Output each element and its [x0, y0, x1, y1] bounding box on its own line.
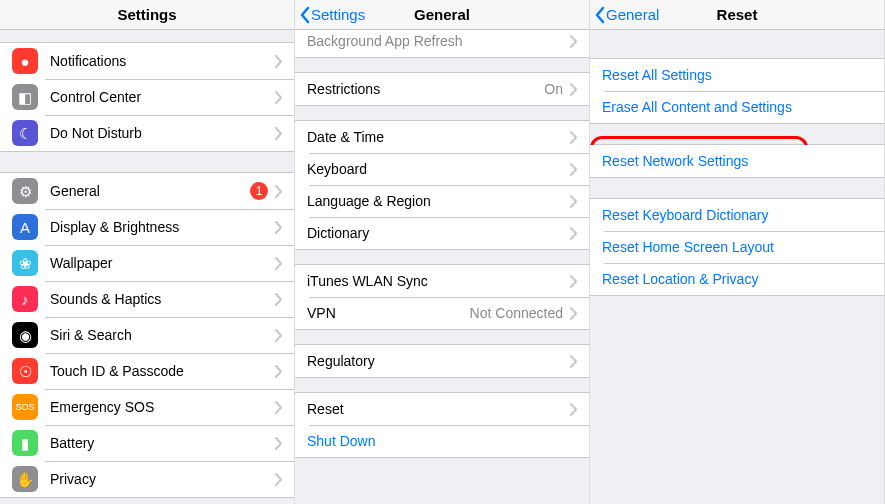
row-regulatory[interactable]: Regulatory	[295, 345, 589, 377]
reset-group: Reset All SettingsErase All Content and …	[590, 58, 884, 124]
row-label: Siri & Search	[50, 327, 274, 343]
row-keyboard[interactable]: Keyboard	[295, 153, 589, 185]
general-group: iTunes WLAN SyncVPNNot Connected	[295, 264, 589, 330]
chevron-right-icon	[274, 55, 282, 68]
chevron-right-icon	[274, 185, 282, 198]
row-reset-location-privacy[interactable]: Reset Location & Privacy	[590, 263, 884, 295]
row-label: Reset Location & Privacy	[602, 271, 872, 287]
row-label: Erase All Content and Settings	[602, 99, 872, 115]
back-button[interactable]: General	[594, 6, 659, 24]
chevron-right-icon	[569, 227, 577, 240]
general-group: Regulatory	[295, 344, 589, 378]
navbar-title: Settings	[117, 6, 176, 23]
row-label: Shut Down	[307, 433, 577, 449]
sounds-haptics-icon: ♪	[12, 286, 38, 312]
row-reset-home-screen-layout[interactable]: Reset Home Screen Layout	[590, 231, 884, 263]
chevron-right-icon	[569, 195, 577, 208]
row-reset-all-settings[interactable]: Reset All Settings	[590, 59, 884, 91]
settings-pane: Settings ●Notifications◧Control Center☾D…	[0, 0, 295, 504]
row-do-not-disturb[interactable]: ☾Do Not Disturb	[0, 115, 294, 151]
row-label: Reset Home Screen Layout	[602, 239, 872, 255]
row-general[interactable]: ⚙General1	[0, 173, 294, 209]
siri-search-icon: ◉	[12, 322, 38, 348]
row-label: Touch ID & Passcode	[50, 363, 274, 379]
row-touch-id[interactable]: ☉Touch ID & Passcode	[0, 353, 294, 389]
row-label: Display & Brightness	[50, 219, 274, 235]
battery-icon: ▮	[12, 430, 38, 456]
general-icon: ⚙	[12, 178, 38, 204]
chevron-right-icon	[274, 401, 282, 414]
row-label: Privacy	[50, 471, 274, 487]
chevron-right-icon	[569, 35, 577, 48]
row-value: On	[544, 81, 563, 97]
row-sounds-haptics[interactable]: ♪Sounds & Haptics	[0, 281, 294, 317]
row-label: Language & Region	[307, 193, 569, 209]
row-erase-all-content[interactable]: Erase All Content and Settings	[590, 91, 884, 123]
row-label: Control Center	[50, 89, 274, 105]
notifications-icon: ●	[12, 48, 38, 74]
row-dictionary[interactable]: Dictionary	[295, 217, 589, 249]
row-privacy[interactable]: ✋Privacy	[0, 461, 294, 497]
chevron-right-icon	[569, 83, 577, 96]
chevron-right-icon	[569, 403, 577, 416]
reset-group: Reset Network Settings	[590, 144, 884, 178]
row-label: Reset Keyboard Dictionary	[602, 207, 872, 223]
row-control-center[interactable]: ◧Control Center	[0, 79, 294, 115]
general-group: Date & TimeKeyboardLanguage & RegionDict…	[295, 120, 589, 250]
row-vpn[interactable]: VPNNot Connected	[295, 297, 589, 329]
chevron-right-icon	[274, 437, 282, 450]
chevron-right-icon	[569, 275, 577, 288]
row-label: General	[50, 183, 250, 199]
row-label: Reset Network Settings	[602, 153, 872, 169]
chevron-right-icon	[274, 293, 282, 306]
badge: 1	[250, 182, 268, 200]
row-label: VPN	[307, 305, 470, 321]
display-brightness-icon: A	[12, 214, 38, 240]
chevron-left-icon	[594, 6, 606, 24]
general-group: ResetShut Down	[295, 392, 589, 458]
chevron-right-icon	[274, 91, 282, 104]
reset-pane: General Reset Reset All SettingsErase Al…	[590, 0, 885, 504]
chevron-right-icon	[569, 355, 577, 368]
back-button[interactable]: Settings	[299, 6, 365, 24]
chevron-right-icon	[569, 307, 577, 320]
row-itunes-wlan-sync[interactable]: iTunes WLAN Sync	[295, 265, 589, 297]
back-label: Settings	[311, 6, 365, 23]
chevron-right-icon	[274, 127, 282, 140]
row-label: Dictionary	[307, 225, 569, 241]
settings-list[interactable]: ●Notifications◧Control Center☾Do Not Dis…	[0, 30, 294, 504]
row-label: iTunes WLAN Sync	[307, 273, 569, 289]
navbar-title: General	[414, 6, 470, 23]
row-value: Not Connected	[470, 305, 563, 321]
row-label: Wallpaper	[50, 255, 274, 271]
row-label: Date & Time	[307, 129, 569, 145]
row-shut-down[interactable]: Shut Down	[295, 425, 589, 457]
row-battery[interactable]: ▮Battery	[0, 425, 294, 461]
chevron-right-icon	[274, 473, 282, 486]
row-reset-keyboard-dictionary[interactable]: Reset Keyboard Dictionary	[590, 199, 884, 231]
navbar: Settings	[0, 0, 294, 30]
row-reset[interactable]: Reset	[295, 393, 589, 425]
chevron-right-icon	[274, 365, 282, 378]
general-pane: Settings General Background App RefreshR…	[295, 0, 590, 504]
settings-group: ⚙General1ADisplay & Brightness❀Wallpaper…	[0, 172, 294, 498]
row-reset-network-settings[interactable]: Reset Network Settings	[590, 145, 884, 177]
chevron-right-icon	[274, 257, 282, 270]
row-restrictions[interactable]: RestrictionsOn	[295, 73, 589, 105]
general-list[interactable]: Background App RefreshRestrictionsOnDate…	[295, 30, 589, 504]
reset-list[interactable]: Reset All SettingsErase All Content and …	[590, 30, 884, 504]
row-siri-search[interactable]: ◉Siri & Search	[0, 317, 294, 353]
row-label: Do Not Disturb	[50, 125, 274, 141]
row-language-region[interactable]: Language & Region	[295, 185, 589, 217]
reset-group: Reset Keyboard DictionaryReset Home Scre…	[590, 198, 884, 296]
emergency-sos-icon: SOS	[12, 394, 38, 420]
row-date-time[interactable]: Date & Time	[295, 121, 589, 153]
row-notifications[interactable]: ●Notifications	[0, 43, 294, 79]
wallpaper-icon: ❀	[12, 250, 38, 276]
navbar: General Reset	[590, 0, 884, 30]
row-display-brightness[interactable]: ADisplay & Brightness	[0, 209, 294, 245]
row-wallpaper[interactable]: ❀Wallpaper	[0, 245, 294, 281]
general-group: RestrictionsOn	[295, 72, 589, 106]
row-background-app-refresh[interactable]: Background App Refresh	[295, 30, 589, 57]
row-emergency-sos[interactable]: SOSEmergency SOS	[0, 389, 294, 425]
